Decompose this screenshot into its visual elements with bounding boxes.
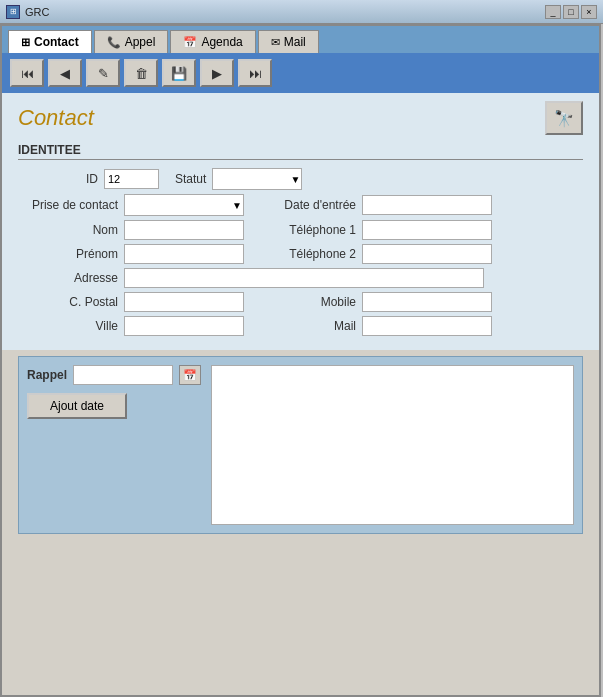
nom-label: Nom: [18, 223, 118, 237]
section-title: IDENTITEE: [18, 143, 583, 160]
next-record-button[interactable]: ▶: [200, 59, 234, 87]
tab-appel[interactable]: 📞 Appel: [94, 30, 169, 53]
prise-contact-select-wrapper: ▼: [124, 194, 244, 216]
edit-record-button[interactable]: ✎: [86, 59, 120, 87]
rappel-section: Rappel 📅 Ajout date: [18, 356, 583, 534]
nom-tel1-row: Nom Téléphone 1: [18, 220, 583, 240]
tab-appel-label: Appel: [125, 35, 156, 49]
ajout-date-row: Ajout date: [27, 393, 201, 419]
date-entree-input[interactable]: [362, 195, 492, 215]
mail-tab-icon: ✉: [271, 36, 280, 49]
tab-mail[interactable]: ✉ Mail: [258, 30, 319, 53]
id-label: ID: [18, 172, 98, 186]
prenom-tel2-row: Prénom Téléphone 2: [18, 244, 583, 264]
save-record-button[interactable]: 💾: [162, 59, 196, 87]
tab-contact-label: Contact: [34, 35, 79, 49]
title-bar: ⊞ GRC _ □ ×: [0, 0, 603, 24]
maximize-btn[interactable]: □: [563, 5, 579, 19]
ville-mail-row: Ville Mail: [18, 316, 583, 336]
tab-agenda-label: Agenda: [201, 35, 242, 49]
main-window: ⊞ Contact 📞 Appel 📅 Agenda ✉ Mail ⏮ ◀ ✎ …: [0, 24, 601, 697]
cpostal-input[interactable]: [124, 292, 244, 312]
statut-select-wrapper: ▼: [212, 168, 302, 190]
adresse-label: Adresse: [18, 271, 118, 285]
date-entree-label: Date d'entrée: [266, 198, 356, 212]
prise-contact-row: Prise de contact ▼ Date d'entrée: [18, 194, 583, 216]
mail-label: Mail: [266, 319, 356, 333]
rappel-label: Rappel: [27, 368, 67, 382]
rappel-notes-textarea[interactable]: [211, 365, 574, 525]
id-statut-row: ID Statut ▼: [18, 168, 583, 190]
telephone1-label: Téléphone 1: [266, 223, 356, 237]
telephone2-label: Téléphone 2: [266, 247, 356, 261]
mobile-label: Mobile: [266, 295, 356, 309]
rappel-date-input[interactable]: [73, 365, 173, 385]
tab-agenda[interactable]: 📅 Agenda: [170, 30, 255, 53]
adresse-input[interactable]: [124, 268, 484, 288]
id-input[interactable]: [104, 169, 159, 189]
ville-label: Ville: [18, 319, 118, 333]
last-record-button[interactable]: ⏭: [238, 59, 272, 87]
calendar-button[interactable]: 📅: [179, 365, 201, 385]
search-button[interactable]: 🔭: [545, 101, 583, 135]
delete-record-button[interactable]: 🗑: [124, 59, 158, 87]
mail-input[interactable]: [362, 316, 492, 336]
agenda-tab-icon: 📅: [183, 36, 197, 49]
telephone1-input[interactable]: [362, 220, 492, 240]
prev-record-button[interactable]: ◀: [48, 59, 82, 87]
window-title: GRC: [25, 6, 49, 18]
tab-contact[interactable]: ⊞ Contact: [8, 30, 92, 53]
telephone2-input[interactable]: [362, 244, 492, 264]
contact-header: Contact 🔭: [2, 93, 599, 139]
appel-tab-icon: 📞: [107, 36, 121, 49]
prenom-label: Prénom: [18, 247, 118, 261]
close-btn[interactable]: ×: [581, 5, 597, 19]
adresse-row: Adresse: [18, 268, 583, 288]
prenom-input[interactable]: [124, 244, 244, 264]
cpostal-mobile-row: C. Postal Mobile: [18, 292, 583, 312]
window-icon: ⊞: [6, 5, 20, 19]
rappel-left-panel: Rappel 📅 Ajout date: [27, 365, 201, 525]
contact-tab-icon: ⊞: [21, 36, 30, 49]
prise-contact-select[interactable]: [124, 194, 244, 216]
statut-select[interactable]: [212, 168, 302, 190]
first-record-button[interactable]: ⏮: [10, 59, 44, 87]
minimize-btn[interactable]: _: [545, 5, 561, 19]
rappel-input-row: Rappel 📅: [27, 365, 201, 385]
toolbar: ⏮ ◀ ✎ 🗑 💾 ▶ ⏭: [2, 53, 599, 93]
tab-mail-label: Mail: [284, 35, 306, 49]
form-section: IDENTITEE ID Statut ▼ Prise de contact ▼: [2, 139, 599, 350]
tab-bar: ⊞ Contact 📞 Appel 📅 Agenda ✉ Mail: [2, 26, 599, 53]
ville-input[interactable]: [124, 316, 244, 336]
ajout-date-button[interactable]: Ajout date: [27, 393, 127, 419]
window-controls: _ □ ×: [545, 5, 597, 19]
contact-section-title: Contact: [18, 105, 94, 131]
prise-contact-label: Prise de contact: [18, 198, 118, 212]
nom-input[interactable]: [124, 220, 244, 240]
mobile-input[interactable]: [362, 292, 492, 312]
statut-label: Statut: [175, 172, 206, 186]
cpostal-label: C. Postal: [18, 295, 118, 309]
